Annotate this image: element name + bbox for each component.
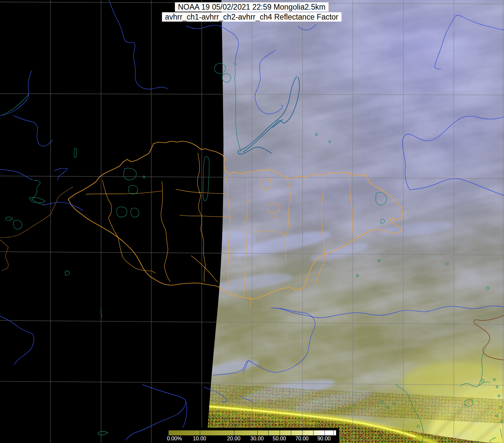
colorbar-label: 0.00% <box>167 436 182 442</box>
colorbar-tick <box>234 430 234 435</box>
colorbar-tick <box>257 430 258 435</box>
colorbar-tick <box>302 430 303 435</box>
colorbar-label: 70.00 <box>295 436 309 442</box>
colorbar-tick <box>200 430 200 435</box>
colorbar-label: 50.00 <box>273 436 286 442</box>
colorbar-label: 30.00 <box>250 436 264 442</box>
colorbar-tick <box>313 430 314 435</box>
colorbar-gradient-bar <box>168 430 336 436</box>
colorbar-tick <box>333 430 334 435</box>
reflectance-colorbar: 0.00%10.0020.0030.0050.0070.0090.00 <box>164 428 339 443</box>
foreign-borders <box>0 187 73 271</box>
colorbar-tick <box>268 430 269 435</box>
colorbar-tick <box>324 430 325 435</box>
colorbar-label: 20.00 <box>227 436 240 442</box>
colorbar-tick <box>291 430 291 435</box>
image-title-line2: avhrr_ch1-avhrr_ch2-avhrr_ch4 Reflectanc… <box>162 12 341 22</box>
colorbar-tick <box>280 430 280 435</box>
colorbar-label: 10.00 <box>193 436 206 442</box>
colorbar-label: 90.00 <box>317 436 331 442</box>
satellite-map-canvas <box>0 0 504 443</box>
satellite-quicklook-image: NOAA 19 05/02/2021 22:59 Mongolia2.5km a… <box>0 0 504 443</box>
image-title-line1: NOAA 19 05/02/2021 22:59 Mongolia2.5km <box>175 2 328 12</box>
